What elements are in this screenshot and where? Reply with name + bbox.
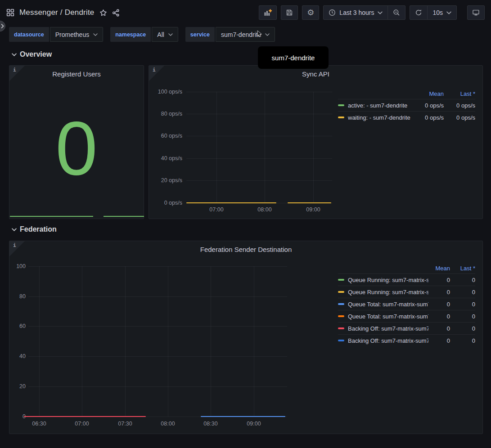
top-navbar: Messenger / Dendrite [0, 0, 491, 25]
x-axis-tick: 08:00 [154, 421, 181, 427]
refresh-interval-label: 10s [432, 9, 443, 16]
series-last-value: 0 ops/s [444, 102, 475, 109]
series-label[interactable]: Backing Off: sum7-matrix-sum7-dendrite [348, 325, 428, 332]
series-color-swatch[interactable] [338, 291, 344, 293]
dashboard-settings-button[interactable]: ⚙ [302, 5, 319, 20]
series-color-swatch[interactable] [338, 303, 344, 305]
chevron-down-icon [168, 33, 173, 36]
series-label[interactable]: Queue Total: sum7-matrix-sum7-dendrite [348, 301, 428, 308]
series-label[interactable]: Queue Running: sum7-matrix-sum7-dendrite [348, 289, 428, 296]
x-axis-tick: 09:00 [240, 421, 267, 427]
add-panel-button[interactable] [259, 5, 277, 20]
gridline [211, 266, 211, 417]
zoom-out-icon [393, 9, 400, 16]
series-last-value: 0 [450, 337, 475, 344]
legend-header: Mean Last * [338, 88, 475, 99]
y-axis-tick: 20 [9, 383, 26, 390]
series-mean-value: 0 ops/s [414, 114, 444, 121]
series-color-swatch[interactable] [338, 116, 344, 118]
series-last-value: 0 [450, 301, 475, 308]
section-federation[interactable]: Federation [12, 225, 57, 233]
series-label[interactable]: Queue Running: sum7-matrix-sum7-dendrite [348, 277, 428, 283]
series-label[interactable]: Queue Total: sum7-matrix-sum7-dendrite [348, 313, 428, 320]
chevron-down-icon [12, 53, 17, 56]
panel-title[interactable]: Federation Sender Destination [9, 246, 482, 253]
series-last-value: 0 ops/s [444, 114, 475, 121]
sparkline-segment [10, 216, 93, 217]
legend-mean-header[interactable]: Mean [428, 265, 450, 272]
gridline [168, 266, 168, 417]
x-axis-tick: 07:00 [68, 421, 95, 427]
zoom-out-time-button[interactable] [387, 6, 405, 19]
series-color-swatch[interactable] [338, 340, 344, 341]
series-mean-value: 0 [428, 325, 450, 332]
legend-mean-header[interactable]: Mean [414, 90, 444, 97]
dashboards-grid-icon[interactable] [6, 9, 14, 17]
service-variable-value: sum7-dendrite [221, 31, 261, 38]
refresh-icon [415, 9, 422, 16]
monitor-icon [472, 9, 480, 16]
gridline [186, 158, 332, 159]
gridline [313, 92, 314, 203]
gridline [28, 386, 287, 387]
y-axis-tick: 100 [9, 263, 26, 270]
legend-row: Backing Off: sum7-matrix-sum7-dendrite 0… [338, 334, 475, 346]
series-color-swatch[interactable] [338, 104, 344, 106]
add-panel-icon [264, 9, 272, 17]
series-label[interactable]: waiting: - sum7-dendrite [348, 114, 414, 121]
mouse-cursor [257, 30, 263, 40]
dashboard-breadcrumb[interactable]: Messenger / Dendrite [19, 8, 95, 17]
x-axis-tick: 08:30 [197, 421, 224, 427]
chevron-down-icon [446, 11, 451, 14]
nav-breadcrumb-group: Messenger / Dendrite [6, 8, 120, 17]
gear-icon: ⚙ [307, 9, 314, 17]
y-axis-tick: 40 [9, 353, 26, 360]
series-color-swatch[interactable] [338, 315, 344, 317]
y-axis-tick: 80 ops/s [149, 110, 182, 117]
time-range-picker[interactable]: Last 3 hours [324, 6, 387, 19]
series-mean-value: 0 [428, 277, 450, 283]
kiosk-mode-button[interactable] [467, 5, 485, 20]
time-range-label: Last 3 hours [339, 9, 374, 16]
legend-header: Mean Last * [338, 263, 475, 273]
gridline [186, 92, 332, 92]
panel-sync-api: i Sync API 100 ops/s 80 ops/s 60 ops/s 4… [149, 65, 483, 219]
y-axis-tick: 100 ops/s [149, 88, 182, 95]
series-color-swatch[interactable] [338, 327, 344, 329]
variable-datasource: datasource Prometheus [9, 27, 103, 42]
series-line-segment [288, 202, 331, 203]
chevron-down-icon [378, 11, 383, 14]
x-axis-tick: 06:30 [26, 421, 53, 427]
legend-last-header[interactable]: Last * [450, 265, 475, 272]
panel-federation-sender: i Federation Sender Destination 100 80 6… [9, 241, 483, 434]
panel-title[interactable]: Registerd Users [9, 70, 144, 78]
series-color-swatch[interactable] [338, 279, 344, 281]
service-variable-picker[interactable]: sum7-dendrite [216, 27, 275, 42]
y-axis-tick: 0 [9, 413, 26, 420]
legend-last-header[interactable]: Last * [444, 90, 475, 97]
gridline [28, 296, 287, 297]
legend-table: Mean Last * Queue Running: sum7-matrix-s… [338, 263, 475, 346]
save-dashboard-button[interactable] [281, 5, 298, 20]
stat-value: 0 [9, 91, 144, 206]
variable-namespace: namespace All [110, 27, 178, 42]
share-icon[interactable] [112, 9, 120, 17]
service-variable-label: service [185, 27, 215, 42]
series-label[interactable]: Backing Off: sum7-matrix-sum7-dendrite [348, 337, 428, 344]
save-icon [286, 9, 293, 16]
gridline [125, 266, 126, 417]
series-label[interactable]: active: - sum7-dendrite [348, 102, 414, 109]
series-last-value: 0 [450, 289, 475, 296]
time-picker-group: Last 3 hours [323, 5, 405, 20]
refresh-interval-picker[interactable]: 10s [427, 6, 456, 19]
gridline [28, 356, 287, 357]
section-overview[interactable]: Overview [12, 50, 52, 58]
star-icon[interactable] [99, 9, 107, 17]
refresh-button[interactable] [410, 6, 427, 19]
datasource-variable-picker[interactable]: Prometheus [50, 27, 103, 42]
chevron-down-icon [265, 33, 270, 36]
gridline [186, 136, 332, 136]
panel-title[interactable]: Sync API [149, 70, 482, 78]
namespace-variable-picker[interactable]: All [152, 27, 178, 42]
section-federation-title: Federation [20, 225, 57, 233]
